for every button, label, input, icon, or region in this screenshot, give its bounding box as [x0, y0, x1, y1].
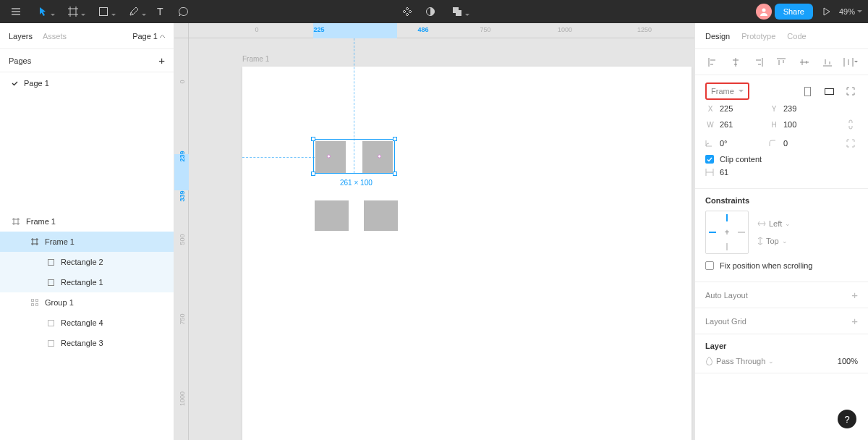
mask-button[interactable]	[420, 1, 441, 22]
add-page-button[interactable]: +	[158, 55, 165, 66]
menu-button[interactable]	[6, 1, 26, 22]
rectangle-icon	[99, 7, 108, 16]
svg-rect-12	[48, 320, 54, 326]
fix-position-checkbox[interactable]: Fix position when scrolling	[705, 261, 858, 270]
layer-title: Layer	[705, 342, 726, 350]
constraint-v-dropdown[interactable]: Top ⌄	[757, 237, 791, 245]
w-field[interactable]: W261	[705, 120, 763, 129]
rectangle-icon	[46, 258, 55, 266]
zoom-value: 49%	[839, 7, 855, 16]
add-auto-layout-button[interactable]: +	[851, 289, 858, 300]
zoom-dropdown[interactable]: 49%	[839, 7, 862, 16]
add-layout-grid-button[interactable]: +	[851, 316, 858, 326]
boolean-button[interactable]	[443, 1, 471, 22]
pen-icon	[129, 7, 139, 17]
link-wh-button[interactable]	[843, 117, 858, 132]
share-button[interactable]: Share	[775, 4, 813, 20]
tab-layers[interactable]: Layers	[9, 32, 33, 41]
svg-rect-0	[100, 8, 108, 16]
arrows-h-icon	[757, 221, 766, 227]
rectangle-icon	[46, 278, 55, 287]
chevron-down-icon	[465, 14, 469, 17]
y-field[interactable]: Y239	[769, 104, 827, 113]
canvas-rect[interactable]	[315, 200, 349, 231]
left-panel: Layers Assets Page 1 Pages + Page 1 Fram…	[0, 23, 174, 440]
pen-tool[interactable]	[120, 1, 148, 22]
inner-rect	[315, 141, 346, 173]
text-tool[interactable]: T	[150, 1, 171, 22]
page-indicator[interactable]: Page 1	[132, 32, 165, 41]
x-field[interactable]: X225	[705, 104, 763, 113]
chevron-down-icon	[142, 14, 146, 17]
constraint-h-dropdown[interactable]: Left ⌄	[757, 219, 791, 228]
spacing-icon	[705, 169, 714, 176]
align-vcenter-button[interactable]	[797, 55, 812, 69]
layer-row-rect[interactable]: Rectangle 3	[0, 333, 174, 353]
align-left-button[interactable]	[705, 55, 720, 69]
group-icon	[30, 298, 39, 307]
align-bottom-button[interactable]	[820, 55, 835, 69]
distribute-button[interactable]	[843, 55, 858, 69]
artboard-label: Frame 1	[242, 55, 269, 63]
canvas-rect[interactable]	[364, 200, 398, 231]
page-name: Page 1	[24, 79, 49, 88]
frame-type-dropdown[interactable]: Frame	[705, 82, 749, 100]
avatar[interactable]	[756, 4, 772, 20]
tab-prototype[interactable]: Prototype	[741, 32, 775, 41]
layer-row-group[interactable]: Group 1	[0, 292, 174, 313]
h-field[interactable]: H100	[769, 120, 827, 129]
item-spacing-field[interactable]: 61	[705, 168, 763, 177]
ruler-horizontal: 0 225 486 750 1000 1250 1500	[189, 23, 694, 38]
clip-content-checkbox[interactable]: Clip content	[705, 155, 858, 164]
orientation-landscape[interactable]	[822, 84, 836, 98]
mask-icon	[425, 7, 435, 17]
layer-row-rect[interactable]: Rectangle 4	[0, 313, 174, 333]
present-button[interactable]	[816, 1, 836, 22]
shape-tool[interactable]	[90, 1, 117, 22]
corner-radius-field[interactable]: 0	[769, 139, 827, 148]
components-button[interactable]	[397, 1, 417, 22]
independent-corners-button[interactable]	[843, 136, 858, 151]
tab-code[interactable]: Code	[787, 32, 806, 41]
align-right-button[interactable]	[752, 55, 766, 69]
layer-row-frame[interactable]: Frame 1	[0, 232, 174, 252]
layer-row-rect[interactable]: Rectangle 1	[0, 272, 174, 292]
play-icon	[822, 7, 830, 16]
svg-rect-6	[48, 259, 54, 265]
tab-design[interactable]: Design	[705, 32, 730, 41]
layer-row-frame[interactable]: Frame 1	[0, 211, 174, 232]
blend-mode-dropdown[interactable]: Pass Through ⌄	[705, 356, 774, 365]
alignment-row	[695, 49, 868, 75]
auto-layout-section[interactable]: Auto Layout +	[695, 282, 868, 308]
comment-tool[interactable]	[174, 1, 194, 22]
tab-assets[interactable]: Assets	[43, 32, 67, 41]
frame-tool[interactable]	[59, 1, 87, 22]
align-top-button[interactable]	[774, 55, 788, 69]
comment-icon	[179, 7, 189, 17]
artboard[interactable]: Frame 1	[242, 67, 692, 440]
svg-rect-15	[825, 88, 833, 94]
layout-grid-section[interactable]: Layout Grid +	[695, 308, 868, 334]
svg-rect-7	[48, 279, 54, 285]
user-icon	[759, 7, 769, 17]
rectangle-icon	[46, 339, 55, 347]
selection-outline	[313, 139, 395, 174]
svg-rect-8	[32, 300, 34, 302]
opacity-field[interactable]: 100%	[838, 357, 858, 365]
help-button[interactable]: ?	[838, 410, 856, 428]
resize-to-fit[interactable]	[843, 84, 858, 98]
layer-row-rect[interactable]: Rectangle 2	[0, 252, 174, 272]
move-tool[interactable]	[29, 1, 56, 22]
chevron-down-icon	[857, 10, 862, 13]
svg-rect-10	[32, 304, 34, 306]
rotation-field[interactable]: 0°	[705, 139, 763, 148]
constraints-widget[interactable]: +	[705, 211, 749, 254]
layers-tree: Frame 1 Frame 1 Rectangle 2 Rectangle 1	[0, 208, 174, 440]
top-toolbar: T Share 49%	[0, 0, 868, 23]
page-row[interactable]: Page 1	[0, 72, 174, 94]
svg-rect-9	[36, 300, 38, 302]
orientation-portrait[interactable]	[800, 84, 814, 98]
canvas[interactable]: 0 225 486 750 1000 1250 1500 0 239 339 5…	[174, 23, 694, 440]
align-hcenter-button[interactable]	[728, 55, 743, 69]
svg-rect-14	[804, 87, 810, 96]
